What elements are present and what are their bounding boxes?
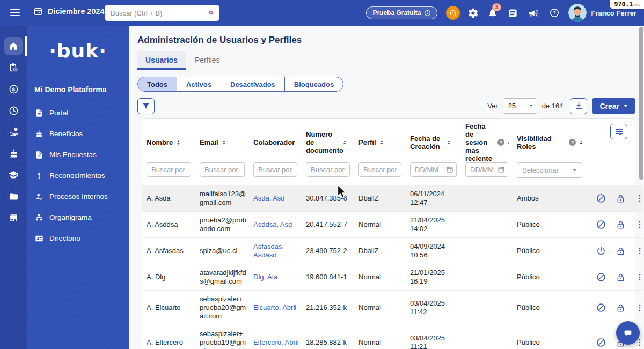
period-selector[interactable]: Diciembre 2024 xyxy=(33,6,105,16)
lock-icon[interactable] xyxy=(616,272,626,283)
lock-icon[interactable] xyxy=(616,302,626,313)
tab-perfiles[interactable]: Perfiles xyxy=(187,51,228,70)
cell-perfil: Normal xyxy=(354,212,406,238)
search-icon[interactable] xyxy=(208,8,214,18)
column-header-email[interactable]: Email xyxy=(195,119,249,162)
block-icon[interactable] xyxy=(596,219,606,230)
cell-fecha-sesion xyxy=(461,325,513,349)
filter-bloqueados[interactable]: Bloqueados xyxy=(285,77,343,91)
rail-item-payroll[interactable]: $ xyxy=(0,78,27,100)
cell-colaborador: Asfasdas, Asdasd xyxy=(249,238,302,264)
create-button[interactable]: Crear xyxy=(592,98,635,114)
user-name[interactable]: Franco Ferrer xyxy=(591,9,636,17)
sidebar-item-reconocimientos[interactable]: Reconocimientos xyxy=(27,165,129,186)
rail-item-attendance[interactable] xyxy=(0,100,27,121)
column-header-visibilidad[interactable]: Visibilidad Roles xyxy=(513,119,587,162)
page-size-select[interactable]: 25 xyxy=(503,98,537,114)
block-icon[interactable] xyxy=(596,193,606,204)
kebab-menu-icon[interactable] xyxy=(635,193,644,204)
menu-toggle-icon[interactable] xyxy=(10,9,20,16)
sidebar-item-organigrama[interactable]: Organigrama xyxy=(27,207,129,228)
cell-fecha-creacion: 03/04/202511:42 xyxy=(406,291,461,325)
scrollbar-thumb[interactable] xyxy=(639,27,643,180)
block-icon[interactable] xyxy=(596,302,606,313)
filter-colaborador-input[interactable] xyxy=(253,162,297,177)
rail-item-marketplace[interactable] xyxy=(0,207,27,228)
colaborador-link[interactable]: Dlg, Ata xyxy=(253,273,278,281)
status-filter-group: Todos Activos Desactivados Bloqueados xyxy=(137,77,343,92)
kebab-menu-icon[interactable] xyxy=(635,272,644,283)
colaborador-link[interactable]: Asddsa, Asd xyxy=(253,220,292,228)
colaborador-link[interactable]: Elcuarto, Abril xyxy=(253,303,296,311)
column-config-button[interactable] xyxy=(610,124,627,139)
announcements-megaphone-icon[interactable] xyxy=(528,7,539,19)
rail-item-benefits[interactable] xyxy=(0,143,27,164)
sidebar-item-portal[interactable]: Portal xyxy=(27,102,129,123)
rail-item-training[interactable] xyxy=(0,164,27,185)
clipboard-clock-icon xyxy=(9,63,19,73)
power-icon[interactable] xyxy=(596,246,606,256)
cell-visibilidad: Público xyxy=(513,325,587,349)
block-icon[interactable] xyxy=(596,337,606,348)
download-button[interactable] xyxy=(570,98,587,114)
trial-badge[interactable]: Prueba Gratuita xyxy=(366,6,437,19)
column-header-nombre[interactable]: Nombre xyxy=(142,119,195,162)
sidebar-item-procesos-internos[interactable]: Procesos Internos xyxy=(27,186,129,207)
topbar-actions: Prueba Gratuita 3 ? Franco Ferrer xyxy=(366,0,636,26)
colaborador-link[interactable]: Asfasdas, Asdasd xyxy=(253,242,284,259)
cell-documento: 30.847.385-6 xyxy=(302,185,354,212)
sort-icon xyxy=(507,139,510,146)
support-headset-icon[interactable] xyxy=(446,6,460,20)
lock-icon[interactable] xyxy=(616,193,626,204)
lock-icon[interactable] xyxy=(616,219,626,230)
chat-fab-button[interactable] xyxy=(616,321,640,345)
tab-usuarios[interactable]: Usuarios xyxy=(137,51,186,70)
page-size-value: 25 xyxy=(508,102,516,110)
notifications-bell-icon[interactable]: 3 xyxy=(487,7,499,19)
lock-icon[interactable] xyxy=(616,246,626,256)
filter-activos[interactable]: Activos xyxy=(177,77,221,91)
advanced-filter-button[interactable] xyxy=(137,98,155,114)
cell-fecha-sesion xyxy=(461,185,513,212)
search-input[interactable] xyxy=(105,9,208,17)
cake-icon xyxy=(9,148,19,159)
download-icon xyxy=(574,101,583,110)
help-icon[interactable] xyxy=(569,139,576,146)
filter-documento-input[interactable] xyxy=(306,162,350,177)
sidebar-item-label: Procesos Internos xyxy=(49,192,108,201)
column-header-documento[interactable]: Número de documento xyxy=(302,119,354,162)
sidebar-nav: Portal Beneficios Mis Encuestas Reconoci… xyxy=(27,102,129,249)
column-header-perfil[interactable]: Perfil xyxy=(354,119,406,162)
colaborador-link[interactable]: Asda, Asd xyxy=(253,194,285,202)
rail-item-documents[interactable] xyxy=(0,185,27,207)
cell-actions xyxy=(587,291,643,325)
filter-todos[interactable]: Todos xyxy=(138,77,177,91)
changelog-document-icon[interactable] xyxy=(507,7,518,19)
table-row: A. Dlgatavaradjkljfkfds@gmail.comDlg, At… xyxy=(142,264,643,291)
user-avatar[interactable] xyxy=(568,4,587,22)
rail-item-tasks[interactable] xyxy=(0,57,27,78)
column-header-fecha-creacion[interactable]: Fecha de Creación xyxy=(406,119,461,162)
sliders-icon xyxy=(614,127,624,136)
kebab-menu-icon[interactable] xyxy=(635,219,644,230)
column-header-fecha-sesion[interactable]: Fecha de sesión más reciente xyxy=(461,119,513,162)
kebab-menu-icon[interactable] xyxy=(635,302,644,313)
help-icon[interactable] xyxy=(497,139,504,146)
filter-desactivados[interactable]: Desactivados xyxy=(221,77,285,91)
sidebar-item-mis-encuestas[interactable]: Mis Encuestas xyxy=(27,144,129,165)
help-icon[interactable]: ? xyxy=(548,7,560,19)
kebab-menu-icon[interactable] xyxy=(635,246,644,256)
rail-item-home[interactable] xyxy=(0,35,27,57)
filter-visibilidad-select[interactable]: Seleccionar xyxy=(517,162,582,178)
sidebar-item-directorio[interactable]: Directorio xyxy=(27,228,129,249)
sidebar-item-beneficios[interactable]: Beneficios xyxy=(27,123,129,144)
colaborador-link[interactable]: Eltercero, Abril xyxy=(253,338,299,346)
settings-gear-icon[interactable] xyxy=(467,7,479,19)
cell-perfil: DballZ xyxy=(354,238,406,264)
filter-email-input[interactable] xyxy=(200,162,245,177)
filter-perfil-input[interactable] xyxy=(358,162,401,177)
rail-item-talent[interactable] xyxy=(0,121,27,143)
column-header-colaborador[interactable]: Colaborador xyxy=(249,119,302,162)
filter-nombre-input[interactable] xyxy=(147,162,191,177)
block-icon[interactable] xyxy=(596,272,606,283)
